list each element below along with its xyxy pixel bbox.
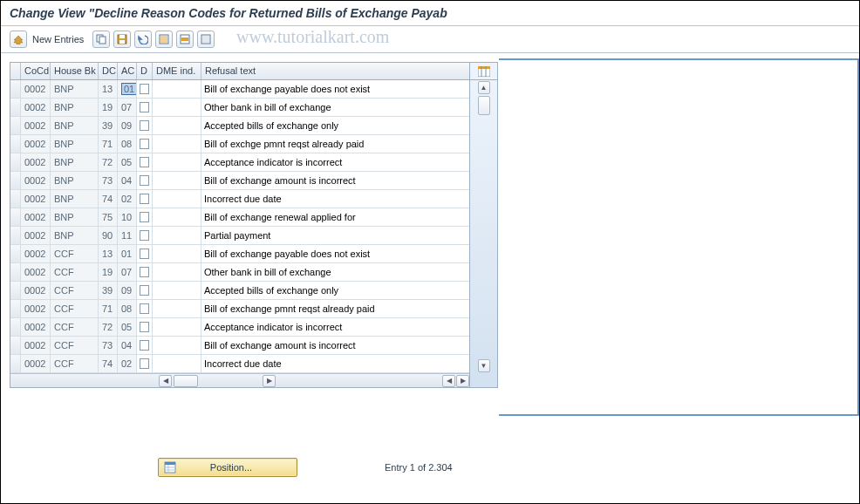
hscroll-thumb[interactable] xyxy=(174,375,198,387)
cell-dc[interactable]: 73 xyxy=(99,337,118,354)
copy-icon[interactable] xyxy=(92,31,110,48)
cell-cocd[interactable]: 0002 xyxy=(21,117,51,134)
cell-dc[interactable]: 71 xyxy=(99,300,118,317)
cell-ac[interactable]: 11 xyxy=(118,227,137,244)
checkbox-icon[interactable] xyxy=(140,212,149,222)
row-selector[interactable] xyxy=(10,337,21,354)
cell-d-checkbox[interactable] xyxy=(137,300,153,317)
cell-refusal[interactable]: Bill of exchge pmnt reqst already paid xyxy=(201,135,468,153)
cell-ac[interactable]: 02 xyxy=(118,190,137,208)
cell-dme[interactable] xyxy=(153,355,201,372)
table-row[interactable]: 0002BNP7205Acceptance indicator is incor… xyxy=(10,153,469,172)
table-row[interactable]: 0002CCF7108Bill of exchange pmnt reqst a… xyxy=(10,300,469,318)
undo-icon[interactable] xyxy=(134,31,152,48)
cell-dc[interactable]: 73 xyxy=(99,172,118,189)
cell-refusal[interactable]: Accepted bills of exchange only xyxy=(201,117,468,134)
table-row[interactable]: 0002BNP7402Incorrect due date xyxy=(10,190,469,208)
checkbox-icon[interactable] xyxy=(140,322,149,332)
cell-dme[interactable] xyxy=(153,282,201,299)
cell-dme[interactable] xyxy=(153,117,201,134)
cell-cocd[interactable]: 0002 xyxy=(21,282,51,299)
row-selector[interactable] xyxy=(10,245,21,262)
cell-d-checkbox[interactable] xyxy=(137,227,153,244)
cell-ac[interactable]: 01 xyxy=(118,80,137,98)
cell-dc[interactable]: 39 xyxy=(99,282,118,299)
cell-housebk[interactable]: CCF xyxy=(51,318,99,336)
col-housebk[interactable]: House Bk xyxy=(51,63,99,79)
cell-cocd[interactable]: 0002 xyxy=(21,355,51,372)
row-selector[interactable] xyxy=(10,135,21,153)
cell-d-checkbox[interactable] xyxy=(137,80,153,98)
cell-ac[interactable]: 04 xyxy=(118,337,137,354)
vscroll-track[interactable] xyxy=(478,96,490,358)
cell-dme[interactable] xyxy=(153,300,201,317)
save-icon[interactable] xyxy=(113,31,131,48)
row-selector[interactable] xyxy=(10,190,21,208)
cell-housebk[interactable]: CCF xyxy=(51,245,99,262)
table-row[interactable]: 0002BNP7108Bill of exchge pmnt reqst alr… xyxy=(10,135,469,153)
cell-cocd[interactable]: 0002 xyxy=(21,153,51,171)
checkbox-icon[interactable] xyxy=(140,303,149,314)
cell-ac[interactable]: 10 xyxy=(118,208,137,226)
table-row[interactable]: 0002CCF7205Acceptance indicator is incor… xyxy=(10,318,469,337)
scroll-right-end-icon[interactable]: ▶ xyxy=(456,375,469,387)
cell-cocd[interactable]: 0002 xyxy=(21,172,51,189)
cell-dme[interactable] xyxy=(153,208,201,226)
cell-d-checkbox[interactable] xyxy=(137,245,153,262)
cell-dc[interactable]: 90 xyxy=(99,227,118,244)
checkbox-icon[interactable] xyxy=(140,230,149,241)
cell-ac[interactable]: 08 xyxy=(118,135,137,153)
cell-ac[interactable]: 02 xyxy=(118,355,137,372)
cell-d-checkbox[interactable] xyxy=(137,355,153,372)
cell-dc[interactable]: 19 xyxy=(99,99,118,116)
cell-dc[interactable]: 72 xyxy=(99,318,118,336)
hscroll-track[interactable] xyxy=(174,375,261,387)
cell-cocd[interactable]: 0002 xyxy=(21,318,51,336)
cell-housebk[interactable]: BNP xyxy=(51,99,99,116)
row-selector[interactable] xyxy=(10,172,21,189)
cell-cocd[interactable]: 0002 xyxy=(21,99,51,116)
cell-dme[interactable] xyxy=(153,153,201,171)
cell-ac[interactable]: 05 xyxy=(118,153,137,171)
table-row[interactable]: 0002BNP7510Bill of exchange renewal appl… xyxy=(10,208,469,227)
cell-cocd[interactable]: 0002 xyxy=(21,245,51,262)
cell-refusal[interactable]: Bill of exchange payable does not exist xyxy=(201,245,468,262)
cell-ac[interactable]: 07 xyxy=(118,99,137,116)
cell-refusal[interactable]: Other bank in bill of exchange xyxy=(201,99,468,116)
col-select-all[interactable] xyxy=(10,63,21,79)
checkbox-icon[interactable] xyxy=(140,267,149,277)
cell-d-checkbox[interactable] xyxy=(137,263,153,281)
cell-refusal[interactable]: Acceptance indicator is incorrect xyxy=(201,153,468,171)
cell-ac[interactable]: 09 xyxy=(118,117,137,134)
checkbox-icon[interactable] xyxy=(140,340,149,351)
checkbox-icon[interactable] xyxy=(140,84,149,94)
cell-dme[interactable] xyxy=(153,318,201,336)
checkbox-icon[interactable] xyxy=(140,249,149,259)
cell-housebk[interactable]: CCF xyxy=(51,355,99,372)
table-row[interactable]: 0002BNP9011Partial payment xyxy=(10,227,469,245)
toggle-display-icon[interactable] xyxy=(10,31,27,48)
cell-dc[interactable]: 75 xyxy=(99,208,118,226)
cell-housebk[interactable]: CCF xyxy=(51,282,99,299)
cell-housebk[interactable]: BNP xyxy=(51,153,99,171)
table-row[interactable]: 0002BNP1907Other bank in bill of exchang… xyxy=(10,99,469,117)
cell-d-checkbox[interactable] xyxy=(137,337,153,354)
deselect-all-icon[interactable] xyxy=(197,31,215,48)
scroll-down-icon[interactable]: ▼ xyxy=(478,359,490,372)
row-selector[interactable] xyxy=(10,318,21,336)
horizontal-scrollbar[interactable]: ◀ ▶ ◀ ▶ xyxy=(10,373,469,387)
cell-refusal[interactable]: Other bank in bill of exchange xyxy=(201,263,468,281)
row-selector[interactable] xyxy=(10,355,21,372)
cell-dc[interactable]: 72 xyxy=(99,153,118,171)
cell-housebk[interactable]: BNP xyxy=(51,117,99,134)
row-selector[interactable] xyxy=(10,99,21,116)
checkbox-icon[interactable] xyxy=(140,139,149,149)
cell-d-checkbox[interactable] xyxy=(137,282,153,299)
row-selector[interactable] xyxy=(10,80,21,98)
table-row[interactable]: 0002CCF1301Bill of exchange payable does… xyxy=(10,245,469,263)
checkbox-icon[interactable] xyxy=(140,157,149,167)
cell-ac[interactable]: 09 xyxy=(118,282,137,299)
configure-columns-icon[interactable] xyxy=(470,63,497,80)
cell-refusal[interactable]: Acceptance indicator is incorrect xyxy=(201,318,468,336)
cell-dc[interactable]: 39 xyxy=(99,117,118,134)
